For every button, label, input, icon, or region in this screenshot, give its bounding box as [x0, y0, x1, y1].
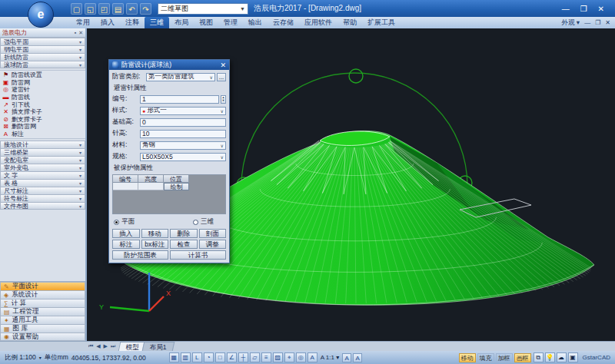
ribbon-tab[interactable]: 注释	[120, 17, 145, 28]
scale-indicator[interactable]: 比例 1:100	[5, 353, 36, 362]
save-icon[interactable]: ◰	[98, 3, 110, 15]
sidebar-group[interactable]: 强电平面	[0, 38, 85, 45]
ribbon-tab[interactable]: 三维	[145, 17, 169, 28]
table-cell[interactable]	[113, 183, 138, 190]
appearance-menu[interactable]: 外观 ▾	[561, 18, 580, 28]
sidebar-group[interactable]: 折线防雷	[0, 53, 85, 61]
transparency-icon[interactable]: ▨	[273, 352, 283, 362]
ribbon-tab[interactable]: 帮助	[337, 17, 362, 28]
dialog-button[interactable]: 调整	[199, 240, 227, 249]
grip-circle-top[interactable]	[349, 69, 363, 83]
close-icon[interactable]: ✕	[78, 30, 83, 36]
snap-icon[interactable]: ▦	[169, 352, 179, 362]
status-toggle[interactable]: 画框	[514, 353, 531, 362]
dialog-wide-button[interactable]: 计算书	[170, 250, 226, 260]
nav-library[interactable]: ▦ 图 库	[0, 324, 85, 333]
ribbon-minimize-button[interactable]: —	[584, 19, 590, 26]
dialog-button[interactable]: 检查	[170, 240, 198, 249]
workspace-select[interactable]: 二维草图 ▼	[158, 3, 248, 15]
sidebar-group[interactable]: 三维桥架	[0, 148, 85, 156]
annotation-scale[interactable]: A 1:1 ▾	[321, 354, 339, 361]
open-file-icon[interactable]: ◱	[85, 3, 96, 15]
share-icon[interactable]: ⧉	[534, 352, 544, 362]
dialog-button[interactable]: 插入	[112, 229, 140, 238]
dyn-ucs-icon[interactable]: ┼	[238, 352, 248, 362]
polar-icon[interactable]: ◔	[204, 352, 214, 362]
ribbon-tab[interactable]: 插入	[95, 17, 120, 28]
table-cell[interactable]	[138, 183, 164, 190]
ribbon-tab[interactable]: 扩展工具	[362, 17, 401, 28]
dialog-button[interactable]: 移动	[141, 229, 169, 238]
ribbon-close-button[interactable]: ✕	[605, 19, 610, 26]
redo-icon[interactable]: ↷	[140, 3, 151, 15]
sidebar-group[interactable]: 文 字	[0, 171, 85, 179]
ribbon-restore-button[interactable]: ❐	[595, 19, 600, 26]
dialog-button[interactable]: 剖面	[199, 229, 227, 238]
restore-button[interactable]: ❐	[580, 5, 587, 13]
pin-icon[interactable]: ▪	[75, 30, 76, 36]
fullscreen-icon[interactable]: ▣	[568, 352, 578, 362]
ribbon-tab[interactable]: 应用软件	[299, 17, 337, 28]
sidebar-group[interactable]: 滚球防雷	[0, 61, 85, 68]
nav-project-manage[interactable]: ▤ 工程管理	[0, 307, 85, 316]
tab-nav-arrows[interactable]: ⏮ ◀ ▶ ⏭	[88, 343, 116, 349]
base-height-input[interactable]: 0	[140, 118, 226, 127]
quick-prop-icon[interactable]: ⌖	[284, 352, 294, 362]
annot-visibility-icon[interactable]: A	[342, 353, 351, 362]
print-icon[interactable]: ▤	[112, 3, 124, 15]
protected-objects-table[interactable]: 编号高度位置 绘制	[112, 174, 226, 214]
nav-system-design[interactable]: ◈ 系统设计	[0, 290, 85, 299]
dialog-wide-button[interactable]: 防护范围表	[112, 250, 168, 260]
ribbon-tab[interactable]: 云存储	[268, 17, 299, 28]
sidebar-group[interactable]: 表 格	[0, 179, 85, 187]
new-file-icon[interactable]: ▢	[71, 3, 82, 15]
dyn-input-icon[interactable]: ▱	[250, 352, 260, 362]
close-button[interactable]: ✕	[598, 5, 604, 13]
annotation-icon[interactable]: A	[308, 352, 317, 362]
nav-calculation[interactable]: ∑ 计 算	[0, 299, 85, 307]
tips-icon[interactable]: 💡	[545, 352, 555, 362]
ribbon-tab[interactable]: 视图	[194, 17, 218, 28]
grid-icon[interactable]: ▥	[181, 352, 191, 362]
dialog-button[interactable]: bx标注	[141, 240, 169, 249]
material-select[interactable]: 角钢 ∨	[140, 141, 226, 150]
ribbon-tab[interactable]: 输出	[243, 17, 268, 28]
ribbon-tab[interactable]: 布局	[169, 17, 194, 28]
ortho-icon[interactable]: L	[192, 352, 202, 362]
status-toggle[interactable]: 加框	[496, 353, 513, 362]
dialog-title-bar[interactable]: 防雷设计(滚球法) ✕	[109, 60, 229, 70]
style-select[interactable]: ● 形式一 ∨	[140, 107, 226, 115]
sidebar-group[interactable]: 室外变电	[0, 164, 85, 171]
dialog-button[interactable]: 标注	[112, 240, 140, 249]
rod-height-input[interactable]: 10	[140, 130, 226, 138]
dialog-close-icon[interactable]: ✕	[220, 61, 226, 69]
more-button[interactable]: ...	[217, 73, 226, 81]
otrack-icon[interactable]: ∠	[227, 352, 237, 362]
category-select[interactable]: 第一类防雷建筑 ∨	[146, 73, 215, 81]
undo-icon[interactable]: ↶	[126, 3, 138, 15]
sidebar-group[interactable]: 文件布图	[0, 202, 85, 210]
nav-settings-help[interactable]: ◉ 设置帮助	[0, 333, 85, 341]
annot-autoscale-icon[interactable]: A	[353, 353, 362, 362]
lineweight-icon[interactable]: ≡	[261, 352, 271, 362]
ribbon-tab[interactable]: 管理	[218, 17, 243, 28]
nav-common-tools[interactable]: ✦ 通用工具	[0, 316, 85, 324]
dialog-button[interactable]: 删除	[170, 229, 198, 238]
plan-radio[interactable]: 平面	[114, 217, 135, 227]
status-toggle[interactable]: 移动	[459, 353, 476, 362]
ribbon-tab[interactable]: 常用	[71, 17, 95, 28]
spec-select[interactable]: L50X50X5 ∨	[140, 153, 226, 161]
tool-annotate[interactable]: A 标注	[0, 131, 85, 138]
status-toggle[interactable]: 填充	[477, 353, 494, 362]
app-logo-icon[interactable]: e	[28, 2, 54, 28]
three-d-radio[interactable]: 三维	[193, 217, 214, 227]
minimize-button[interactable]: —	[562, 5, 570, 13]
select-cycle-icon[interactable]: ◎	[296, 352, 306, 362]
sidebar-group[interactable]: 变配电室	[0, 156, 85, 164]
sidebar-group[interactable]: 尺寸标注	[0, 187, 85, 194]
layout-tab[interactable]: 布局1	[142, 342, 175, 351]
sidebar-group[interactable]: 弱电平面	[0, 45, 85, 53]
nav-plan-design[interactable]: ✎ 平面设计	[0, 282, 85, 290]
draw-button[interactable]: 绘制	[164, 183, 189, 190]
cloud-icon[interactable]: ☁	[557, 352, 567, 362]
